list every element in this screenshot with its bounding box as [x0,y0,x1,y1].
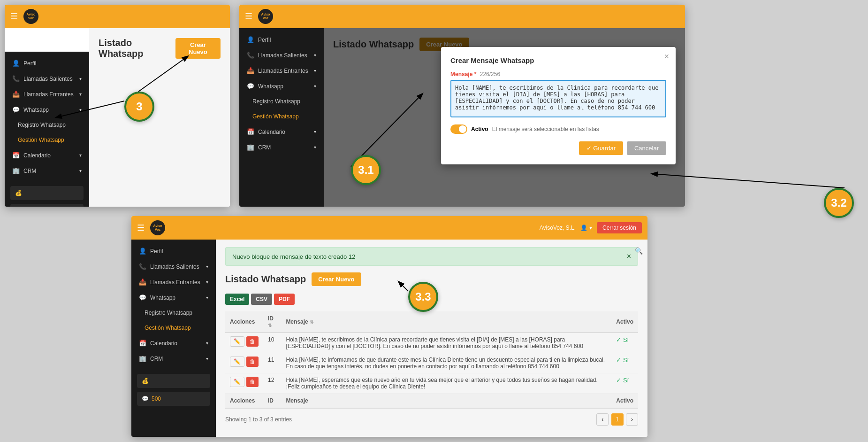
char-counter: 226/256 [480,71,500,78]
phone-out-icon-2: 📞 [247,52,254,59]
sidebar-item-whatsapp-1[interactable]: 💬 Whatsapp ▾ [5,102,89,117]
coin-badge-3: 💰 [137,374,210,388]
calendar-icon: 📅 [12,152,20,159]
arrow-icon-2b: ▾ [314,68,316,73]
whatsapp-icon-s3: 💬 [139,294,146,301]
col-id: ID ⇅ [263,311,281,333]
create-button-1[interactable]: Crear Nuevo [175,38,221,59]
company-name: AvisoVoz, S.L. [540,225,576,231]
hamburger-icon[interactable]: ☰ [10,11,18,22]
export-csv-button[interactable]: CSV [251,294,272,305]
logout-button[interactable]: Cerrar sesión [597,222,642,233]
cancel-button[interactable]: Cancelar [627,141,666,155]
sidebar-item-entrantes-3[interactable]: 📥 Llamadas Entrantes ▾ [131,274,216,290]
arrow-s3a: ▾ [206,264,208,269]
active-toggle[interactable] [450,124,467,134]
sidebar-item-perfil-1[interactable]: 👤 Perfil [5,55,89,71]
sidebar-item-salientes-3[interactable]: 📞 Llamadas Salientes ▾ [131,259,216,274]
arrow-s3c: ▾ [206,295,208,300]
active-check-1: ✓ Sí [616,336,629,343]
sidebar-item-entrantes-1[interactable]: 📥 Llamadas Entrantes ▾ [5,86,89,102]
modal-field-label: Mensaje * 226/256 [450,71,666,78]
sidebar-item-calendario-1[interactable]: 📅 Calendario ▾ [5,147,89,163]
export-pdf-button[interactable]: PDF [274,294,295,305]
sidebar-item-perfil-3[interactable]: 👤 Perfil [131,243,216,259]
phone-in-icon-s3: 📥 [139,279,146,286]
arrow-icon-2c: ▾ [314,84,316,89]
footer-col-activo: Activo [611,394,638,409]
row-2-active: ✓ Sí [611,353,638,373]
edit-button-1[interactable]: ✏️ [230,336,244,347]
sidebar-item-crm-2[interactable]: 🏢 CRM ▾ [239,140,324,155]
export-excel-button[interactable]: Excel [225,294,249,305]
row-3-id: 12 [263,373,281,394]
sidebar-item-perfil-2[interactable]: 👤 Perfil [239,32,324,47]
message-textarea[interactable]: Hola [NAME], te escribimos de la Clínica… [450,80,666,117]
sidebar-item-whatsapp-2[interactable]: 💬 Whatsapp ▾ [239,78,324,94]
coin-icon-3: 💰 [142,378,149,384]
whatsapp-icon-2: 💬 [247,83,254,90]
arrow-down-icon-4: ▾ [79,153,82,158]
next-page-button[interactable]: › [626,413,638,426]
phone-in-icon-2: 📥 [247,67,254,74]
edit-button-2[interactable]: ✏️ [230,357,244,367]
create-button-3[interactable]: Crear Nuevo [312,272,361,286]
required-marker: * [474,71,477,78]
action-buttons-3: ✏️ 🗑 [230,377,259,387]
whatsapp-table: Acciones ID ⇅ Mensaje ⇅ Activo ✏️ 🗑 [225,311,638,409]
footer-col-mensaje: Mensaje [281,394,611,409]
sidebar-item-crm-3[interactable]: 🏢 CRM ▾ [131,351,216,366]
sidebar-item-registro-3[interactable]: Registro Whatsapp [131,305,216,320]
user-icon-3: 👤 [580,225,587,231]
arrow-down-icon: ▾ [79,76,82,81]
phone-in-icon: 📥 [12,91,20,98]
main-content-3: Nuevo bloque de mensaje de texto creado … [216,240,647,437]
modal-close-button[interactable]: × [664,52,669,62]
row-1-active: ✓ Sí [611,333,638,353]
step-3-2-circle: 3.2 [824,188,854,218]
sidebar-item-crm-1[interactable]: 🏢 CRM ▾ [5,163,89,178]
prev-page-button[interactable]: ‹ [596,413,609,426]
sidebar-item-salientes-1[interactable]: 📞 Llamadas Salientes ▾ [5,71,89,86]
sidebar-item-gestion-1[interactable]: Gestión Whatsapp [5,132,89,147]
coin-badge-1: 💰 [10,186,84,200]
alert-close-button[interactable]: × [627,252,631,261]
sidebar-item-calendario-3[interactable]: 📅 Calendario ▾ [131,335,216,351]
delete-button-3[interactable]: 🗑 [246,377,259,387]
delete-button-2[interactable]: 🗑 [246,357,259,367]
user-badge[interactable]: 👤 ▾ [580,225,592,231]
sidebar-item-gestion-2[interactable]: Gestión Whatsapp [239,109,324,124]
phone-out-icon-s3: 📞 [139,263,146,270]
alert-message: Nuevo bloque de mensaje de texto creado … [232,253,355,260]
sidebar-item-registro-1[interactable]: Registro Whatsapp [5,117,89,132]
arrow-down-icon-3: ▾ [79,107,82,112]
row-1-id: 10 [263,333,281,353]
active-hint: El mensaje será seleccionable en las lis… [492,126,599,132]
hamburger-icon-2[interactable]: ☰ [245,11,252,22]
row-3-active: ✓ Sí [611,373,638,394]
col-activo: Activo [611,311,638,333]
sidebar-item-gestion-3[interactable]: Gestión Whatsapp [131,320,216,335]
crm-icon: 🏢 [12,167,20,174]
search-icon-3[interactable]: 🔍 [635,247,643,255]
row-3-message: Hola [NAME], esperamos que este nuevo añ… [281,373,611,394]
sidebar-item-registro-2[interactable]: Registro Whatsapp [239,94,324,109]
sidebar-item-calendario-2[interactable]: 📅 Calendario ▾ [239,124,324,140]
sidebar-item-whatsapp-3[interactable]: 💬 Whatsapp ▾ [131,290,216,305]
user-icon-s3: 👤 [139,248,146,255]
sidebar-item-salientes-2[interactable]: 📞 Llamadas Salientes ▾ [239,47,324,63]
page-1-button[interactable]: 1 [611,413,624,426]
delete-button-1[interactable]: 🗑 [246,336,259,347]
sidebar-2: 👤 Perfil 📞 Llamadas Salientes ▾ 📥 Llamad… [239,28,324,207]
top-bar-1: ☰ AvisoVoz [5,5,230,28]
panel-2: ☰ AvisoVoz 👤 Perfil 📞 Llamadas Salientes… [239,5,685,207]
header-right-3: AvisoVoz, S.L. 👤 ▾ Cerrar sesión [540,222,642,233]
save-button[interactable]: ✓ Guardar [579,141,623,155]
sidebar-item-entrantes-2[interactable]: 📥 Llamadas Entrantes ▾ [239,63,324,78]
active-row: Activo El mensaje será seleccionable en … [450,124,666,134]
arrow-s3e: ▾ [206,356,208,361]
hamburger-icon-3[interactable]: ☰ [137,223,145,233]
active-check-2: ✓ Sí [616,357,629,364]
edit-button-3[interactable]: ✏️ [230,377,244,387]
logo-1: AvisoVoz [23,8,39,25]
